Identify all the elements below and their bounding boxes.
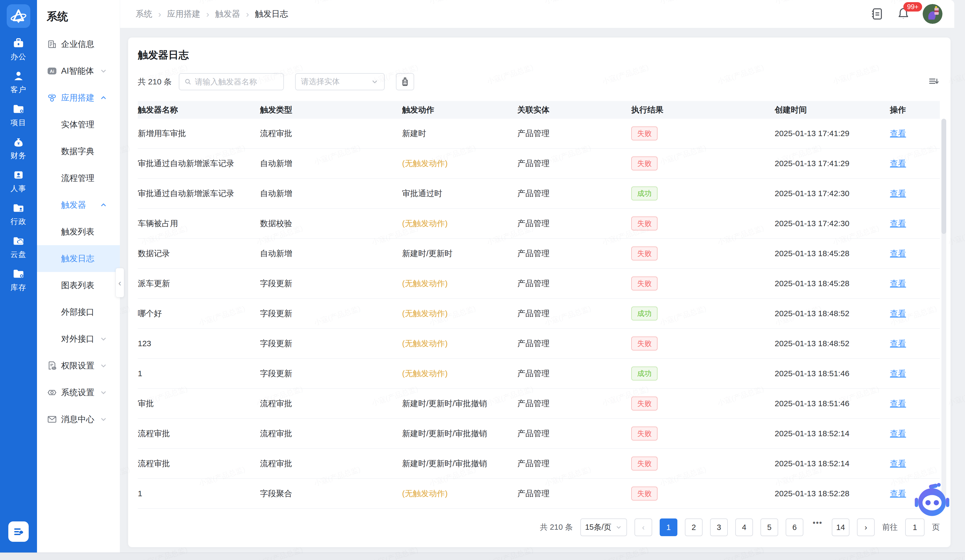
trigger-name-search[interactable]	[179, 73, 284, 90]
table-row[interactable]: 数据记录 自动新增 新建时/更新时 产品管理 失败 2025-01-13 18:…	[138, 239, 940, 269]
sidebar-item-trigger-logs[interactable]: 触发日志	[37, 245, 120, 272]
goto-page-input[interactable]	[905, 518, 924, 536]
horizontal-scrollbar[interactable]	[0, 552, 965, 560]
table-row[interactable]: 审批 流程审批 新建时/更新时/审批撤销 产品管理 失败 2025-01-13 …	[138, 389, 940, 419]
breadcrumb-separator: ›	[158, 9, 161, 19]
sidebar-item-external-api[interactable]: 外部接口	[37, 299, 120, 325]
table-row[interactable]: 流程审批 流程审批 新建时/更新时/审批撤销 产品管理 失败 2025-01-1…	[138, 419, 940, 449]
rail-item-finance[interactable]: ¥ 财务	[10, 136, 26, 161]
sidebar-item-permissions[interactable]: 权限设置	[37, 352, 120, 379]
view-link[interactable]: 查看	[890, 459, 906, 468]
table-row[interactable]: 审批通过自动新增派车记录 自动新增 审批通过时 产品管理 成功 2025-01-…	[138, 179, 940, 209]
sidebar-item-app-build[interactable]: 应用搭建	[37, 84, 120, 111]
col-header: 创建时间	[775, 104, 890, 116]
table-row[interactable]: 123 字段更新 (无触发动作) 产品管理 失败 2025-01-13 18:4…	[138, 329, 940, 359]
sidebar-item-trigger-list[interactable]: 触发列表	[37, 218, 120, 245]
view-link[interactable]: 查看	[890, 159, 906, 168]
page-number-button[interactable]: 5	[761, 518, 778, 536]
logo-icon	[10, 8, 27, 24]
window-scrollbar-gutter[interactable]	[954, 0, 965, 552]
notifications-button[interactable]: 99+	[896, 7, 910, 21]
rail-item-projects[interactable]: 项目	[10, 103, 26, 128]
sidebar-collapse-handle[interactable]: ‹	[116, 268, 124, 297]
notebook-icon[interactable]	[870, 7, 884, 21]
rail-item-inventory[interactable]: 库存	[10, 268, 26, 292]
breadcrumb-item[interactable]: 触发日志	[255, 8, 288, 20]
avatar[interactable]	[922, 4, 942, 24]
page-size-select[interactable]: 15条/页	[581, 518, 627, 536]
view-link[interactable]: 查看	[890, 189, 906, 198]
sidebar-item-data-dict[interactable]: 数据字典	[37, 138, 120, 165]
breadcrumb-item[interactable]: 触发器	[215, 8, 240, 20]
view-link[interactable]: 查看	[890, 399, 906, 408]
breadcrumb-item[interactable]: 应用搭建	[167, 8, 200, 20]
view-link[interactable]: 查看	[890, 279, 906, 288]
view-link[interactable]: 查看	[890, 339, 906, 348]
search-icon	[184, 77, 191, 86]
rail-item-customers[interactable]: 客户	[10, 70, 26, 95]
sidebar-item-ai-agent[interactable]: Ai AI智能体	[37, 57, 120, 84]
breadcrumb-separator: ›	[246, 9, 249, 19]
col-header: 触发器名称	[138, 104, 260, 116]
assistant-robot-button[interactable]	[914, 482, 950, 519]
sidebar-item-triggers[interactable]: 触发器	[37, 191, 120, 218]
view-link[interactable]: 查看	[890, 369, 906, 378]
view-link[interactable]: 查看	[890, 489, 906, 498]
sidebar-item-system-settings[interactable]: 系统设置	[37, 379, 120, 406]
view-link[interactable]: 查看	[890, 249, 906, 258]
table-row[interactable]: 哪个好 字段更新 (无触发动作) 产品管理 成功 2025-01-13 18:4…	[138, 299, 940, 329]
sidebar-item-entity-mgmt[interactable]: 实体管理	[37, 111, 120, 138]
sidebar-item-label: 流程管理	[61, 173, 94, 184]
sidebar-item-label: 系统设置	[61, 387, 94, 398]
rail-item-cloud-drive[interactable]: 云盘	[10, 235, 26, 260]
table-row[interactable]: 1 字段聚合 (无触发动作) 产品管理 失败 2025-01-13 18:52:…	[138, 479, 940, 509]
view-link[interactable]: 查看	[890, 219, 906, 228]
ai-badge-icon: Ai	[46, 65, 58, 77]
sidebar-item-label: 对外接口	[61, 333, 94, 344]
table-row[interactable]: 1 字段更新 (无触发动作) 产品管理 成功 2025-01-13 18:51:…	[138, 359, 940, 389]
rail-item-hr[interactable]: 人事	[10, 169, 26, 194]
breadcrumb-separator: ›	[206, 9, 209, 19]
column-sort-icon[interactable]	[928, 76, 940, 88]
sidebar-item-message-center[interactable]: 消息中心	[37, 406, 120, 433]
secondary-sidebar: 系统 企业信息 Ai AI智能体 应用搭建 实体管理 数据字典 流程管理 触发器	[37, 0, 120, 552]
rail-collapse-button[interactable]	[8, 521, 29, 542]
col-header: 关联实体	[517, 104, 631, 116]
breadcrumb-item[interactable]: 系统	[136, 8, 152, 20]
scrollbar-thumb[interactable]	[941, 119, 946, 234]
sidebar-item-chart-list[interactable]: 图表列表	[37, 272, 120, 299]
view-link[interactable]: 查看	[890, 429, 906, 438]
primary-sidebar: 办公 客户 项目 ¥ 财务 人事 行政 云盘 库存	[0, 0, 37, 552]
next-page-button[interactable]: ›	[857, 518, 875, 536]
entity-select[interactable]: 请选择实体	[295, 73, 384, 90]
status-badge: 成功	[631, 367, 658, 380]
app-logo[interactable]	[7, 4, 30, 28]
pagination-ellipsis[interactable]: •••	[811, 518, 824, 536]
prev-page-button[interactable]: ‹	[635, 518, 652, 536]
page-number-button[interactable]: 3	[710, 518, 728, 536]
view-link[interactable]: 查看	[890, 129, 906, 138]
page-number-button[interactable]: 4	[735, 518, 753, 536]
view-link[interactable]: 查看	[890, 309, 906, 318]
sidebar-item-process-mgmt[interactable]: 流程管理	[37, 165, 120, 191]
rail-item-admin[interactable]: 行政	[10, 202, 26, 227]
status-badge: 失败	[631, 397, 658, 410]
table-row[interactable]: 新增用车审批 流程审批 新建时 产品管理 失败 2025-01-13 17:41…	[138, 119, 940, 149]
page-number-button[interactable]: 1	[660, 518, 677, 536]
table-row[interactable]: 车辆被占用 数据校验 (无触发动作) 产品管理 失败 2025-01-13 17…	[138, 209, 940, 239]
page-number-button[interactable]: 14	[832, 518, 849, 536]
table-row[interactable]: 流程审批 流程审批 新建时/更新时/审批撤销 产品管理 失败 2025-01-1…	[138, 449, 940, 479]
table-row[interactable]: 审批通过自动新增派车记录 自动新增 (无触发动作) 产品管理 失败 2025-0…	[138, 149, 940, 179]
search-input[interactable]	[195, 77, 278, 86]
status-badge: 成功	[631, 186, 658, 201]
page-number-button[interactable]: 6	[786, 518, 803, 536]
table-row[interactable]: 派车更新 字段更新 (无触发动作) 产品管理 失败 2025-01-13 18:…	[138, 269, 940, 299]
sidebar-item-label: 企业信息	[61, 39, 94, 50]
rail-item-office[interactable]: 办公	[10, 37, 26, 62]
page-number-button[interactable]: 2	[685, 518, 703, 536]
clear-filters-button[interactable]	[396, 73, 414, 90]
chevron-up-icon	[100, 94, 108, 102]
sidebar-item-outbound-api[interactable]: 对外接口	[37, 325, 120, 352]
table-vertical-scrollbar[interactable]	[941, 119, 946, 509]
sidebar-item-company-info[interactable]: 企业信息	[37, 31, 120, 57]
